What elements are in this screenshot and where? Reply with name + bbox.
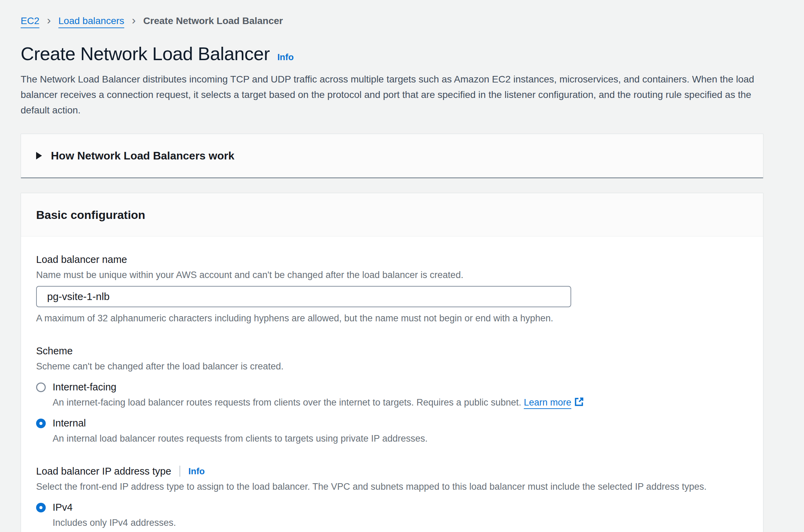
ip-address-type-label-row: Load balancer IP address type Info [36, 465, 748, 478]
page-info-link[interactable]: Info [277, 52, 294, 63]
name-field-constraint: A maximum of 32 alphanumeric characters … [36, 312, 748, 324]
basic-configuration-card: Basic configuration Load balancer name N… [21, 193, 763, 532]
scheme-option-internet-facing: Internet-facing An internet-facing load … [36, 381, 748, 409]
ip-address-type-group: Load balancer IP address type Info Selec… [36, 465, 748, 532]
basic-configuration-body: Load balancer name Name must be unique w… [21, 236, 763, 532]
name-field-description: Name must be unique within your AWS acco… [36, 269, 748, 281]
label-divider [180, 466, 180, 477]
radio-checked-icon[interactable] [36, 503, 46, 512]
ipv4-radio[interactable]: IPv4 [36, 502, 748, 513]
internet-facing-radio[interactable]: Internet-facing [36, 381, 748, 393]
scheme-option-internal: Internal An internal load balancer route… [36, 418, 748, 445]
scheme-label: Scheme [36, 344, 748, 357]
scheme-group: Scheme Scheme can't be changed after the… [36, 344, 748, 445]
expand-caret-icon [36, 152, 42, 159]
radio-checked-icon[interactable] [36, 419, 46, 428]
internal-radio[interactable]: Internal [36, 418, 748, 429]
breadcrumb-current-page: Create Network Load Balancer [143, 15, 283, 27]
page-content: EC2 › Load balancers › Create Network Lo… [0, 0, 804, 532]
internet-facing-radio-label: Internet-facing [53, 381, 116, 393]
external-link-icon [574, 397, 584, 407]
breadcrumb-separator-icon: › [47, 14, 51, 28]
name-field-group: Load balancer name Name must be unique w… [36, 253, 748, 324]
ipv4-radio-label: IPv4 [53, 502, 73, 513]
breadcrumb: EC2 › Load balancers › Create Network Lo… [21, 14, 763, 28]
name-field-label: Load balancer name [36, 253, 748, 266]
page-header: Create Network Load Balancer Info [21, 43, 763, 64]
breadcrumb-link-ec2[interactable]: EC2 [21, 15, 39, 27]
ip-address-type-description: Select the front-end IP address type to … [36, 480, 748, 493]
breadcrumb-link-load-balancers[interactable]: Load balancers [58, 15, 124, 27]
ip-address-type-label: Load balancer IP address type [36, 465, 171, 478]
how-nlb-works-title: How Network Load Balancers work [51, 149, 234, 162]
internet-facing-desc-text: An internet-facing load balancer routes … [53, 397, 521, 408]
page-description: The Network Load Balancer distributes in… [21, 71, 763, 118]
internal-radio-description: An internal load balancer routes request… [53, 432, 748, 445]
learn-more-link[interactable]: Learn more [524, 397, 584, 408]
page-title: Create Network Load Balancer [21, 43, 270, 64]
ip-option-ipv4: IPv4 Includes only IPv4 addresses. [36, 502, 748, 529]
internal-radio-label: Internal [53, 418, 86, 429]
ip-address-type-info-link[interactable]: Info [188, 466, 205, 477]
breadcrumb-separator-icon: › [132, 14, 135, 28]
scheme-description: Scheme can't be changed after the load b… [36, 360, 748, 373]
how-nlb-works-expandable[interactable]: How Network Load Balancers work [21, 134, 763, 178]
internet-facing-radio-description: An internet-facing load balancer routes … [53, 396, 748, 409]
basic-configuration-header: Basic configuration [21, 193, 763, 236]
basic-configuration-title: Basic configuration [36, 208, 748, 222]
load-balancer-name-input[interactable] [36, 286, 571, 307]
radio-unchecked-icon[interactable] [36, 383, 46, 392]
learn-more-label: Learn more [524, 397, 571, 408]
ipv4-radio-description: Includes only IPv4 addresses. [53, 517, 748, 529]
